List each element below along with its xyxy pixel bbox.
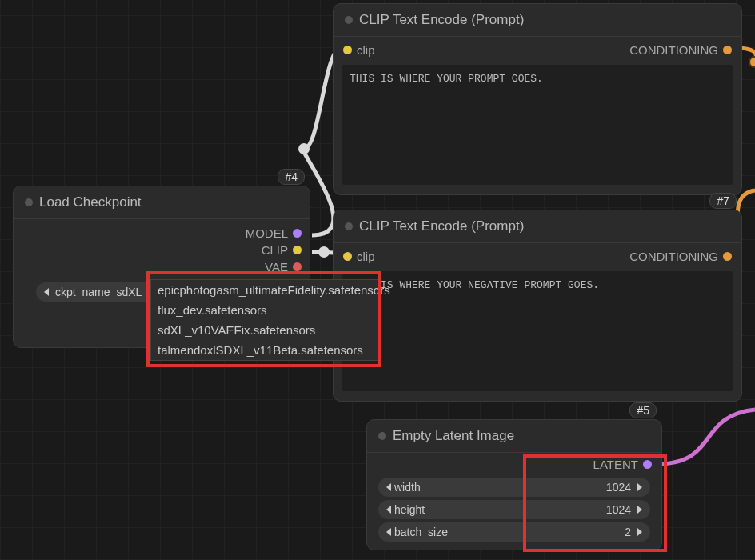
param-label: batch_size <box>394 526 448 538</box>
chevron-left-icon[interactable] <box>386 483 391 491</box>
node-header[interactable]: CLIP Text Encode (Prompt) <box>334 4 741 37</box>
output-port-model[interactable]: MODEL <box>246 226 302 240</box>
port-dot-icon[interactable] <box>723 46 732 54</box>
node-header[interactable]: Empty Latent Image <box>367 420 661 453</box>
chevron-right-icon[interactable] <box>637 528 642 536</box>
chevron-left-icon[interactable] <box>386 528 391 536</box>
collapse-dot-icon[interactable] <box>25 198 33 206</box>
output-port-clip[interactable]: CLIP <box>246 243 302 257</box>
port-label: CLIP <box>262 243 288 257</box>
param-batch-size[interactable]: batch_size 2 <box>378 522 650 542</box>
collapse-dot-icon[interactable] <box>345 16 353 24</box>
node-header[interactable]: CLIP Text Encode (Prompt) <box>334 210 741 243</box>
dropdown-option[interactable]: talmendoxlSDXL_v11Beta.safetensors <box>151 340 378 360</box>
svg-point-1 <box>318 246 330 258</box>
output-port-latent[interactable]: LATENT <box>593 458 652 471</box>
chevron-left-icon[interactable] <box>386 506 391 514</box>
port-label: LATENT <box>593 458 638 471</box>
param-label: width <box>394 481 421 494</box>
port-label: clip <box>357 250 375 263</box>
param-label: ckpt_name <box>55 286 110 298</box>
collapse-dot-icon[interactable] <box>345 222 353 230</box>
ckpt-dropdown-menu[interactable]: epicphotogasm_ultimateFidelity.safetenso… <box>150 279 379 361</box>
node-badge: #7 <box>709 193 737 209</box>
port-dot-icon[interactable] <box>343 46 352 54</box>
output-port-conditioning[interactable]: CONDITIONING <box>629 43 732 57</box>
port-label: MODEL <box>246 226 288 240</box>
port-label: clip <box>357 43 375 57</box>
port-label: CONDITIONING <box>629 43 718 57</box>
node-clip-text-encode-negative[interactable]: #7 CLIP Text Encode (Prompt) clip CONDIT… <box>333 210 742 402</box>
node-empty-latent-image[interactable]: #5 Empty Latent Image LATENT width 1024 … <box>366 419 662 550</box>
node-title: Load Checkpoint <box>39 194 142 210</box>
port-dot-icon[interactable] <box>293 262 302 271</box>
output-port-vae[interactable]: VAE <box>246 260 302 274</box>
node-clip-text-encode-positive[interactable]: CLIP Text Encode (Prompt) clip CONDITION… <box>333 3 742 195</box>
prompt-textarea[interactable]: THIS IS WHERE YOUR PROMPT GOES. <box>342 65 733 185</box>
chevron-right-icon[interactable] <box>637 506 642 514</box>
node-title: CLIP Text Encode (Prompt) <box>359 218 524 234</box>
param-height[interactable]: height 1024 <box>378 500 650 519</box>
port-dot-icon[interactable] <box>723 252 732 261</box>
port-label: VAE <box>265 260 288 274</box>
ckpt-name-selector[interactable]: ckpt_name sdXL_ <box>36 282 156 302</box>
dropdown-option[interactable]: flux_dev.safetensors <box>151 300 378 320</box>
output-port-conditioning[interactable]: CONDITIONING <box>629 250 732 263</box>
collapse-dot-icon[interactable] <box>378 432 386 440</box>
svg-point-0 <box>298 143 310 154</box>
dropdown-option[interactable]: sdXL_v10VAEFix.safetensors <box>151 320 378 340</box>
node-badge: #4 <box>278 169 305 185</box>
node-badge: #5 <box>629 402 657 418</box>
port-label: CONDITIONING <box>629 250 718 263</box>
port-dot-icon[interactable] <box>343 252 352 261</box>
dropdown-option[interactable]: epicphotogasm_ultimateFidelity.safetenso… <box>151 280 378 300</box>
port-dot-icon[interactable] <box>293 246 302 254</box>
param-value: 2 <box>625 526 631 538</box>
chevron-right-icon[interactable] <box>637 483 642 491</box>
port-dot-icon[interactable] <box>643 460 652 469</box>
offscreen-port-conditioning[interactable] <box>749 56 755 68</box>
prompt-textarea[interactable]: THIS IS WHERE YOUR NEGATIVE PROMPT GOES. <box>342 271 733 391</box>
param-value: 1024 <box>606 503 631 516</box>
param-value: 1024 <box>606 481 631 494</box>
node-title: Empty Latent Image <box>393 428 514 444</box>
port-dot-icon[interactable] <box>293 229 302 238</box>
node-title: CLIP Text Encode (Prompt) <box>359 12 524 28</box>
param-label: height <box>394 503 425 516</box>
input-port-clip[interactable]: clip <box>343 43 375 57</box>
input-port-clip[interactable]: clip <box>343 250 375 263</box>
param-width[interactable]: width 1024 <box>378 478 650 497</box>
param-value: sdXL_ <box>116 286 148 298</box>
chevron-left-icon[interactable] <box>44 288 49 296</box>
node-header[interactable]: Load Checkpoint <box>14 186 310 219</box>
